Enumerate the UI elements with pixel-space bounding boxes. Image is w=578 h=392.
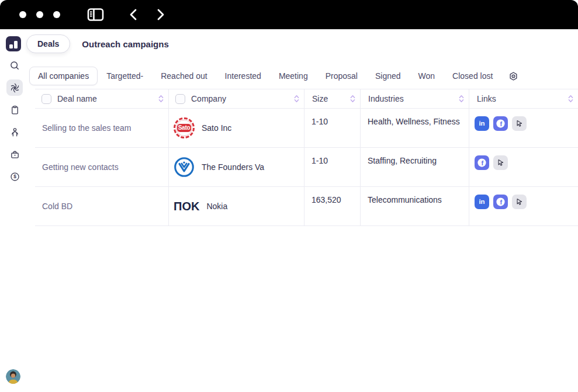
pipeline-tab-closed-lost[interactable]: Closed lost [444, 67, 501, 85]
sidebar-item-deals[interactable] [6, 79, 23, 96]
company-size: 1-10 [312, 117, 328, 126]
svg-text:f: f [500, 199, 503, 206]
facebook-icon: f [495, 196, 506, 207]
deal-name: Selling to the sales team [42, 123, 131, 133]
sidebar-toggle-button[interactable] [87, 8, 104, 22]
clipboard-icon [9, 105, 20, 116]
column-header-company[interactable]: Company [169, 89, 304, 108]
person-icon [9, 127, 20, 138]
svg-text:f: f [482, 159, 484, 166]
company-logo-sato: Sato [174, 117, 195, 138]
cursor-link-button[interactable] [512, 116, 527, 131]
size-cell: 163,520 [304, 187, 361, 226]
table-row: Selling to the sales teamSatoSato Inc1-1… [35, 109, 578, 148]
column-label: Company [191, 94, 226, 103]
sort-toggle-icon[interactable] [350, 95, 355, 103]
app-window: Deals Outreach campaigns $ All companies… [0, 0, 578, 392]
column-header-industries[interactable]: Industries [361, 89, 469, 108]
traffic-light-dots [19, 11, 60, 18]
facebook-link-button[interactable]: f [493, 116, 508, 131]
facebook-link-button[interactable]: f [475, 155, 489, 170]
industries: Health, Wellness, Fitness [368, 117, 460, 126]
sidebar-item-team[interactable] [6, 124, 23, 140]
chevron-left-icon [128, 8, 139, 21]
industries-cell: Health, Wellness, Fitness [361, 109, 469, 147]
linkedin-icon: in [479, 120, 484, 127]
cursor-pointer-icon [496, 158, 505, 167]
pipeline-tab-reached-out[interactable]: Reached out [152, 67, 216, 85]
search-icon [9, 60, 20, 71]
sidebar-item-companies[interactable] [6, 146, 23, 162]
pipeline-tab-targetted[interactable]: Targetted- [98, 67, 152, 85]
cursor-link-button[interactable] [512, 195, 527, 209]
window-zoom-dot[interactable] [53, 11, 60, 18]
select-all-checkbox[interactable] [175, 94, 185, 104]
window-titlebar [0, 0, 578, 29]
company-cell[interactable]: ПOKNokia [169, 187, 304, 226]
company-logo-founders [174, 157, 195, 178]
facebook-link-button[interactable]: f [493, 195, 508, 209]
aperture-icon [9, 82, 20, 93]
sort-toggle-icon[interactable] [158, 95, 164, 103]
column-label: Size [312, 94, 328, 103]
select-all-checkbox[interactable] [41, 94, 51, 104]
app-logo-icon[interactable] [6, 36, 21, 51]
sidebar-item-search[interactable] [6, 57, 23, 74]
column-label: Links [477, 94, 496, 103]
sort-toggle-icon[interactable] [294, 95, 299, 103]
links-cell: inf [469, 187, 578, 226]
links-cell: inf [469, 109, 578, 147]
column-label: Deal name [57, 94, 97, 103]
sidebar-toggle-icon [87, 8, 104, 22]
pipeline-tab-all-companies[interactable]: All companies [29, 67, 98, 85]
table-header-row: Deal nameCompanySizeIndustriesLinks [35, 89, 578, 109]
company-name: The Founders Va [202, 162, 264, 172]
column-header-deal[interactable]: Deal name [35, 89, 169, 108]
hex-nut-settings-icon [508, 71, 518, 81]
deals-tab-pill[interactable]: Deals [26, 34, 70, 53]
deal-name-cell[interactable]: Getting new contacts [35, 148, 169, 186]
pipeline-tabs-bar: All companiesTargetted-Reached outIntere… [29, 67, 578, 85]
industries: Staffing, Recruiting [368, 156, 437, 165]
facebook-icon: f [476, 157, 487, 168]
user-avatar[interactable] [6, 369, 20, 384]
nav-back-button[interactable] [128, 8, 139, 21]
app-header: Deals Outreach campaigns [0, 29, 578, 58]
icon-sidebar: $ [0, 57, 29, 185]
sidebar-item-billing[interactable]: $ [6, 168, 23, 185]
deal-name: Cold BD [42, 202, 72, 211]
linkedin-icon: in [479, 198, 484, 205]
linkedin-link-button[interactable]: in [475, 195, 489, 209]
sidebar-item-notes[interactable] [6, 102, 23, 118]
table-body: Selling to the sales teamSatoSato Inc1-1… [35, 109, 578, 226]
column-header-links[interactable]: Links [469, 89, 578, 108]
linkedin-link-button[interactable]: in [475, 116, 489, 131]
page-title: Outreach campaigns [82, 39, 168, 49]
sort-toggle-icon[interactable] [568, 95, 573, 103]
briefcase-icon [9, 149, 20, 160]
cursor-link-button[interactable] [493, 155, 508, 170]
company-cell[interactable]: The Founders Va [169, 148, 304, 186]
column-label: Industries [368, 94, 404, 103]
cursor-pointer-icon [515, 119, 524, 128]
table-row: Getting new contactsThe Founders Va1-10S… [35, 148, 578, 187]
company-cell[interactable]: SatoSato Inc [169, 109, 304, 147]
window-close-dot[interactable] [19, 11, 26, 18]
sort-toggle-icon[interactable] [459, 95, 464, 103]
pipeline-tab-signed[interactable]: Signed [366, 67, 410, 85]
deal-name-cell[interactable]: Cold BD [35, 187, 169, 226]
pipeline-tab-proposal[interactable]: Proposal [317, 67, 366, 85]
company-name: Nokia [206, 202, 227, 211]
pipeline-tab-meeting[interactable]: Meeting [270, 67, 317, 85]
column-header-size[interactable]: Size [304, 89, 361, 108]
deal-name-cell[interactable]: Selling to the sales team [35, 109, 169, 147]
dollar-icon: $ [9, 171, 20, 182]
cursor-pointer-icon [515, 197, 524, 206]
window-minimize-dot[interactable] [36, 11, 43, 18]
pipeline-tab-interested[interactable]: Interested [216, 67, 270, 85]
pipeline-settings-button[interactable] [506, 69, 521, 84]
pipeline-tab-won[interactable]: Won [410, 67, 444, 85]
chevron-right-icon [155, 8, 166, 21]
svg-text:f: f [500, 120, 503, 127]
nav-forward-button[interactable] [155, 8, 166, 21]
